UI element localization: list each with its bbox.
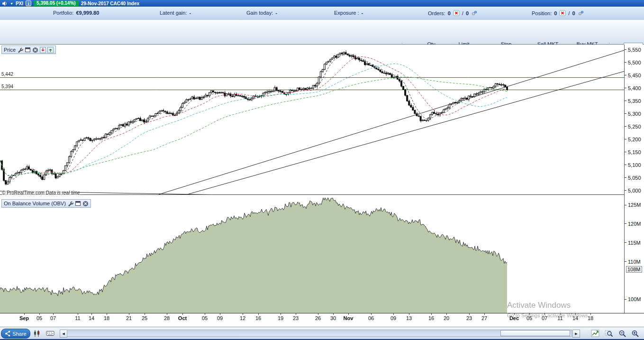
x-axis-label: 09 bbox=[390, 315, 396, 321]
gain-today-group: Gain today: - bbox=[246, 10, 277, 16]
price-chart-canvas[interactable] bbox=[0, 45, 624, 194]
x-axis-label: 16 bbox=[428, 315, 434, 321]
x-axis-tickmark bbox=[333, 313, 334, 315]
zoom-selection-icon[interactable] bbox=[604, 329, 614, 338]
price-move-down-icon[interactable] bbox=[40, 47, 46, 53]
cancel-orders-icon[interactable] bbox=[453, 10, 460, 16]
x-axis-tickmark bbox=[78, 313, 78, 315]
price-y-tick: 5,400 bbox=[625, 85, 641, 91]
position-separator: / bbox=[568, 10, 570, 16]
x-axis-label: 21 bbox=[126, 315, 132, 321]
portfolio-bar: Portfolio: €9,999.80 Latent gain: - Gain… bbox=[0, 7, 644, 20]
x-axis-tickmark bbox=[258, 313, 259, 315]
gain-today-value: - bbox=[275, 10, 277, 16]
x-axis-tickmark bbox=[243, 313, 243, 315]
price-maximize-icon[interactable] bbox=[25, 47, 31, 53]
zoom-out-icon[interactable] bbox=[617, 329, 627, 338]
orders-separator: / bbox=[462, 10, 463, 16]
x-axis-tickmark bbox=[167, 313, 167, 315]
x-axis-label: 06 bbox=[368, 315, 374, 321]
obv-panel-header: On Balance Volume (OBV) bbox=[1, 199, 91, 208]
orders-count-2: 0 bbox=[466, 10, 469, 16]
x-axis-label: 25 bbox=[142, 315, 147, 321]
x-axis-label: 05 bbox=[36, 315, 42, 321]
trading-platform-window: ▼ PXI i 5,398.05 (+0.14%) 29-Nov-2017 CA… bbox=[0, 0, 644, 340]
volume-icon[interactable] bbox=[2, 1, 8, 6]
zoom-in-icon[interactable] bbox=[630, 329, 640, 338]
x-axis-tickmark bbox=[318, 313, 318, 315]
close-position-icon[interactable] bbox=[559, 10, 566, 16]
latent-gain-label: Latent gain: bbox=[160, 10, 187, 16]
gain-today-label: Gain today: bbox=[246, 10, 273, 16]
x-axis-tickmark bbox=[348, 313, 349, 315]
obv-y-tick: 115M bbox=[625, 240, 641, 246]
obv-panel-title: On Balance Volume (OBV) bbox=[4, 201, 66, 206]
position-count: 0 bbox=[554, 10, 557, 16]
exposure-value: - bbox=[362, 10, 363, 16]
price-y-tick: 5,550 bbox=[625, 47, 641, 53]
x-axis-label: 14 bbox=[89, 315, 94, 321]
x-axis-tickmark bbox=[91, 313, 92, 315]
symbol-dropdown-arrow-icon[interactable]: ▼ bbox=[10, 2, 13, 5]
latent-gain-group: Latent gain: - bbox=[160, 10, 191, 16]
price-panel-header: Price bbox=[1, 46, 56, 54]
price-y-tick: 5,150 bbox=[625, 149, 641, 155]
bottom-toolbar: Share ◀ ▶ bbox=[0, 327, 644, 340]
price-y-tick: 5,050 bbox=[625, 175, 641, 181]
share-button[interactable]: Share bbox=[1, 329, 30, 339]
x-axis-tickmark bbox=[39, 313, 40, 315]
chart-scrollbar-thumb[interactable] bbox=[500, 330, 570, 336]
chart-scrollbar-track[interactable] bbox=[67, 330, 572, 337]
x-axis-tickmark bbox=[296, 313, 296, 315]
price-y-tick: 5,450 bbox=[625, 73, 641, 78]
x-axis-label: 13 bbox=[406, 315, 412, 321]
obv-settings-wrench-icon[interactable] bbox=[67, 201, 73, 207]
x-axis-tickmark bbox=[446, 313, 447, 315]
x-axis-label: 09 bbox=[217, 315, 223, 321]
price-close-icon[interactable] bbox=[32, 47, 38, 53]
share-button-label: Share bbox=[12, 331, 26, 337]
obv-chart-canvas[interactable] bbox=[0, 198, 624, 313]
scroll-right-button[interactable]: ▶ bbox=[572, 330, 580, 338]
x-axis-label: Nov bbox=[344, 315, 354, 321]
obv-close-icon[interactable] bbox=[82, 201, 89, 207]
scroll-left-button[interactable]: ◀ bbox=[60, 330, 67, 338]
x-axis-label: Sep bbox=[19, 315, 29, 321]
svg-text:i: i bbox=[28, 1, 29, 6]
position-count-2: 0 bbox=[572, 10, 575, 16]
obv-y-tick: 100M bbox=[625, 296, 641, 302]
y-axis-column[interactable]: 5,5505,5005,4505,4005,3505,3005,2505,200… bbox=[624, 45, 644, 313]
candlestick-display-icon[interactable] bbox=[32, 329, 42, 338]
x-axis-label: 19 bbox=[278, 315, 283, 321]
drawing-toolbar: T ▲ ▼ (x) units ▼ 1 hour ▼ ▼ bbox=[0, 20, 644, 45]
x-axis-label: 26 bbox=[315, 315, 321, 321]
price-settings-wrench-icon[interactable] bbox=[17, 47, 23, 53]
keyboard-icon[interactable] bbox=[45, 329, 55, 338]
orders-group: Orders: 0 / 0 bbox=[428, 10, 478, 16]
orders-settings-icon[interactable] bbox=[471, 10, 478, 16]
x-axis-label: 16 bbox=[255, 315, 261, 321]
x-axis-tickmark bbox=[590, 313, 591, 315]
last-price-badge: 5,398.05 (+0.14%) bbox=[34, 0, 79, 6]
auto-scale-icon[interactable] bbox=[590, 329, 600, 338]
x-axis-label: 12 bbox=[240, 315, 245, 321]
price-level-label: 5,394 bbox=[1, 84, 13, 89]
x-axis-label: 05 bbox=[202, 315, 208, 321]
x-axis-label: 28 bbox=[164, 315, 170, 321]
position-settings-icon[interactable] bbox=[578, 10, 584, 16]
price-y-tick: 5,000 bbox=[625, 188, 641, 193]
orders-label: Orders: bbox=[428, 10, 445, 16]
x-axis-tickmark bbox=[281, 313, 281, 315]
obv-maximize-icon[interactable] bbox=[75, 201, 81, 207]
x-axis-tickmark bbox=[205, 313, 205, 315]
window-titlebar: ▼ PXI i 5,398.05 (+0.14%) 29-Nov-2017 CA… bbox=[0, 0, 644, 7]
x-axis-tickmark bbox=[24, 313, 25, 315]
x-axis-tickmark bbox=[409, 313, 409, 315]
x-axis-tickmark bbox=[469, 313, 470, 315]
portfolio-label: Portfolio: bbox=[53, 10, 73, 16]
x-axis-label: 20 bbox=[444, 315, 449, 321]
info-icon[interactable]: i bbox=[26, 0, 31, 6]
price-y-tick: 5,500 bbox=[625, 60, 641, 65]
price-y-tick: 5,100 bbox=[625, 162, 641, 168]
price-move-up-icon[interactable] bbox=[47, 47, 54, 53]
